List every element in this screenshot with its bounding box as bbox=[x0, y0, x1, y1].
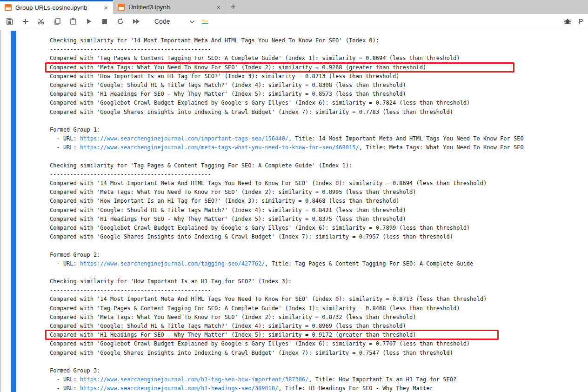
cell-output: Checking similarity for '14 Most Importa… bbox=[1, 30, 588, 392]
separator-line: ----------------------------------------… bbox=[50, 170, 588, 179]
url-line-prefix: - URL: bbox=[50, 260, 80, 267]
comparison-line: Compared with 'Googlebot Crawl Budget Ex… bbox=[50, 339, 588, 348]
notebook-content-area: Checking similarity for '14 Most Importa… bbox=[0, 30, 588, 392]
jupyter-notebook-icon bbox=[118, 4, 125, 11]
comparison-line: Compared with 'Googlebot Crawl Budget Ex… bbox=[50, 224, 588, 233]
comparison-line: Compared with 'Google: Should H1 & Title… bbox=[50, 206, 588, 215]
run-cell-icon[interactable] bbox=[85, 18, 93, 26]
checking-heading: Checking similarity for 'How Important I… bbox=[50, 277, 588, 286]
comparison-line: Compared with '14 Most Important Meta An… bbox=[50, 179, 588, 188]
close-icon[interactable]: × bbox=[102, 4, 109, 12]
comparison-line: Compared with 'Google Shares Insights in… bbox=[50, 233, 588, 241]
comparison-line: Compared with 'Tag Pages & Content Taggi… bbox=[50, 304, 588, 313]
restart-kernel-icon[interactable] bbox=[116, 18, 124, 26]
separator-line: ----------------------------------------… bbox=[50, 286, 588, 295]
formed-group-label: Formed Group 3: bbox=[50, 366, 588, 375]
red-highlight-annotation bbox=[45, 62, 514, 73]
debugger-bug-icon[interactable] bbox=[563, 18, 571, 26]
url-line-title: , Title: How Important Is an H1 Tag for … bbox=[308, 376, 456, 383]
cell-type-dropdown[interactable]: Code bbox=[154, 17, 195, 26]
tab-group-urls-cosine[interactable]: Group URLs-cosine.ipynb × bbox=[0, 0, 113, 14]
formed-group-label: Formed Group 1: bbox=[50, 126, 588, 134]
group-url-link[interactable]: https://www.searchenginejournal.com/h1-t… bbox=[80, 376, 308, 383]
comparison-line: Compared with 'How Important Is an H1 Ta… bbox=[50, 197, 588, 206]
url-line-prefix: - URL: bbox=[50, 376, 80, 383]
save-icon[interactable] bbox=[6, 18, 13, 26]
group-url-link[interactable]: https://www.searchenginejournal.com/tagg… bbox=[80, 260, 265, 267]
comparison-line: Compared with 'Meta Tags: What You Need … bbox=[50, 313, 588, 322]
chevron-down-icon bbox=[189, 17, 195, 26]
new-tab-button[interactable]: + bbox=[226, 0, 240, 14]
cell-type-value: Code bbox=[154, 18, 170, 25]
group-url-line: - URL: https://www.searchenginejournal.c… bbox=[50, 143, 588, 152]
comparison-line: Compared with '14 Most Important Meta An… bbox=[50, 295, 588, 304]
paste-cells-icon[interactable] bbox=[69, 18, 77, 26]
group-url-line: - URL: https://www.searchenginejournal.c… bbox=[50, 375, 588, 384]
comparison-line: Compared with 'H1 Headings For SEO - Why… bbox=[50, 331, 588, 339]
checking-heading: Checking similarity for 'Tag Pages & Con… bbox=[50, 161, 588, 170]
formed-group-label: Formed Group 2: bbox=[50, 251, 588, 259]
group-url-link[interactable]: https://www.searchenginejournal.com/h1-h… bbox=[80, 385, 278, 392]
url-line-title: , Title: 14 Most Important Meta And HTML… bbox=[288, 135, 524, 142]
comparison-line: Compared with 'Google Shares Insights in… bbox=[50, 108, 588, 117]
comparison-line: Compared with 'Google: Should H1 & Title… bbox=[50, 322, 588, 331]
url-line-title: , Title: H1 Headings For SEO - Why They … bbox=[278, 385, 433, 392]
group-url-line: - URL: https://www.searchenginejournal.c… bbox=[50, 259, 588, 268]
tab-title: Group URLs-cosine.ipynb bbox=[15, 4, 100, 11]
separator-line: ----------------------------------------… bbox=[50, 45, 588, 54]
notebook-toolbar: Code P bbox=[0, 14, 588, 29]
group-url-line: - URL: https://www.searchenginejournal.c… bbox=[50, 134, 588, 143]
cut-cells-icon[interactable] bbox=[37, 18, 45, 26]
checking-heading: Checking similarity for '14 Most Importa… bbox=[50, 36, 588, 45]
group-url-link[interactable]: https://www.searchenginejournal.com/meta… bbox=[80, 144, 359, 151]
blank-line bbox=[50, 117, 588, 126]
url-line-title: , Title: Meta Tags: What You Need To Kno… bbox=[359, 144, 524, 151]
render-sidecar-icon[interactable] bbox=[201, 18, 209, 26]
comparison-line: Compared with 'Googlebot Crawl Budget Ex… bbox=[50, 99, 588, 107]
group-url-line: - URL: https://www.searchenginejournal.c… bbox=[50, 384, 588, 392]
blank-line bbox=[50, 358, 588, 366]
group-url-link[interactable]: https://www.searchenginejournal.com/impo… bbox=[80, 135, 288, 142]
comparison-line: Compared with 'H1 Headings For SEO - Why… bbox=[50, 90, 588, 99]
comparison-line: Compared with 'Google Shares Insights in… bbox=[50, 349, 588, 358]
comparison-line: Compared with 'Tag Pages & Content Taggi… bbox=[50, 54, 588, 63]
url-line-prefix: - URL: bbox=[50, 385, 80, 392]
interrupt-kernel-icon[interactable] bbox=[100, 18, 108, 26]
close-icon[interactable]: × bbox=[215, 3, 222, 11]
browser-tab-bar: Group URLs-cosine.ipynb × Untitled3.ipyn… bbox=[0, 0, 588, 14]
jupyter-notebook-icon bbox=[5, 4, 12, 11]
tab-untitled3[interactable]: Untitled3.ipynb × bbox=[113, 0, 226, 14]
copy-cells-icon[interactable] bbox=[53, 18, 61, 26]
blank-line bbox=[50, 241, 588, 250]
url-line-prefix: - URL: bbox=[50, 144, 80, 151]
red-highlight-annotation bbox=[45, 330, 499, 340]
comparison-line: Compared with 'Google: Should H1 & Title… bbox=[50, 81, 588, 90]
comparison-line: Compared with 'How Important Is an H1 Ta… bbox=[50, 72, 588, 81]
blank-line bbox=[50, 152, 588, 161]
url-line-prefix: - URL: bbox=[50, 135, 80, 142]
comparison-line: Compared with 'H1 Headings For SEO - Why… bbox=[50, 215, 588, 224]
comparison-line: Compared with 'Meta Tags: What You Need … bbox=[50, 188, 588, 197]
tab-title: Untitled3.ipynb bbox=[128, 4, 212, 11]
restart-run-all-icon[interactable] bbox=[132, 18, 140, 26]
blank-line bbox=[50, 268, 588, 277]
comparison-line: Compared with 'Meta Tags: What You Need … bbox=[50, 63, 588, 72]
kernel-name-clipped[interactable]: P bbox=[579, 18, 583, 25]
browser-window: Group URLs-cosine.ipynb × Untitled3.ipyn… bbox=[0, 0, 588, 392]
url-line-title: , Title: Tag Pages & Content Tagging For… bbox=[265, 260, 473, 267]
insert-cell-icon[interactable] bbox=[21, 18, 29, 26]
